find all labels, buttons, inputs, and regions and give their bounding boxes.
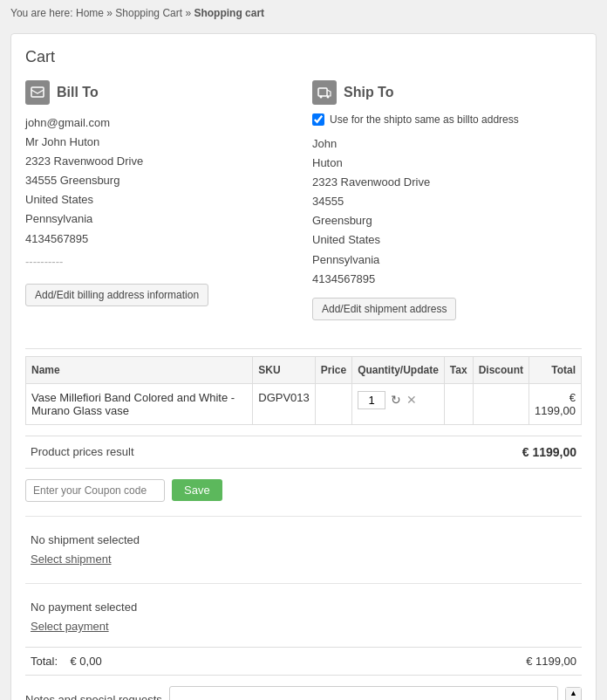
svg-point-2: [320, 96, 323, 99]
ship-same-label: Use for the shipto same as billto addres…: [330, 113, 519, 126]
bill-to-icon: [25, 80, 50, 105]
prices-result-value: € 1199,00: [522, 445, 576, 459]
col-discount: Discount: [473, 356, 529, 383]
ship-to-header: Ship To: [312, 80, 582, 105]
section-divider-1: [25, 348, 582, 349]
col-price: Price: [315, 356, 351, 383]
no-payment-text: No payment selected: [31, 598, 576, 617]
prices-result-row: Product prices result € 1199,00: [25, 436, 582, 469]
breadcrumb: You are here: Home » Shopping Cart » Sho…: [0, 0, 607, 26]
total-label: Total:: [31, 655, 58, 668]
bill-to-country: United States: [25, 190, 295, 209]
prices-result-label: Product prices result: [31, 445, 134, 458]
bill-to-info: john@gmail.com Mr John Huton 2323 Ravenw…: [25, 113, 295, 271]
breadcrumb-current: Shopping cart: [194, 7, 264, 19]
svg-point-3: [327, 96, 330, 99]
ship-to-address: 2323 Ravenwood Drive: [312, 173, 582, 192]
product-quantity-cell: ↻ ✕: [352, 383, 445, 424]
divider-3: [25, 583, 582, 584]
bill-to-email: john@gmail.com: [25, 113, 295, 133]
notes-row: Notes and special requests ▲ ▼: [25, 686, 582, 700]
breadcrumb-shopping-cart[interactable]: Shopping Cart: [115, 7, 182, 19]
shipment-section: No shipment selected Select shipment: [25, 524, 582, 576]
total-zero: € 0,00: [71, 655, 102, 668]
ship-to-title: Ship To: [344, 85, 393, 100]
payment-section: No payment selected Select payment: [25, 591, 582, 643]
notes-input[interactable]: [169, 686, 558, 700]
coupon-row: Save: [25, 479, 582, 502]
bill-to-phone: 4134567895: [25, 230, 295, 249]
product-price: [315, 383, 351, 424]
ship-to-icon: [312, 80, 337, 105]
ship-to-phone: 4134567895: [312, 270, 582, 289]
total-row: Total: € 0,00 € 1199,00: [25, 647, 582, 676]
product-total: €1199,00: [529, 383, 582, 424]
ship-to-city: Greensburg: [312, 211, 582, 230]
col-sku: SKU: [253, 356, 316, 383]
bill-to-col: Bill To john@gmail.com Mr John Huton 232…: [25, 80, 295, 320]
notes-stepper[interactable]: ▲ ▼: [565, 687, 582, 700]
bill-to-postal: 34555 Greensburg: [25, 171, 295, 190]
ship-to-state: Pennsylvania: [312, 250, 582, 270]
product-discount: [473, 383, 529, 424]
ship-to-lastname: Huton: [312, 154, 582, 173]
divider-2: [25, 516, 582, 517]
ship-to-info: John Huton 2323 Ravenwood Drive 34555 Gr…: [312, 134, 582, 289]
refresh-icon[interactable]: ↻: [391, 393, 401, 407]
ship-to-col: Ship To Use for the shipto same as billt…: [312, 80, 582, 320]
bill-to-name: Mr John Huton: [25, 133, 295, 152]
bill-to-state: Pennsylvania: [25, 209, 295, 229]
col-total: Total: [529, 356, 582, 383]
col-tax: Tax: [444, 356, 473, 383]
bill-to-edit-button[interactable]: Add/Edit billing address information: [25, 284, 208, 306]
ship-same-checkbox[interactable]: [312, 113, 324, 126]
breadcrumb-home[interactable]: Home: [76, 7, 104, 19]
total-left: Total: € 0,00: [31, 655, 102, 668]
col-quantity: Quantity/Update: [352, 356, 445, 383]
notes-label: Notes and special requests: [25, 693, 162, 700]
product-tax: [444, 383, 473, 424]
ship-to-edit-button[interactable]: Add/Edit shipment address: [312, 298, 456, 320]
no-shipment-text: No shipment selected: [31, 531, 576, 550]
bill-to-address: 2323 Ravenwood Drive: [25, 152, 295, 171]
select-payment-link[interactable]: Select payment: [31, 620, 109, 633]
svg-rect-1: [318, 88, 327, 96]
bill-to-header: Bill To: [25, 80, 295, 105]
svg-rect-0: [31, 87, 44, 97]
address-section: Bill To john@gmail.com Mr John Huton 232…: [25, 80, 582, 334]
ship-same-address-row: Use for the shipto same as billto addres…: [312, 113, 582, 126]
save-coupon-button[interactable]: Save: [172, 479, 222, 501]
table-row: Vase Millefiori Band Colored and White -…: [26, 383, 582, 424]
product-sku: DGPV013: [253, 383, 316, 424]
breadcrumb-you-are-here: You are here:: [10, 7, 73, 19]
bill-to-title: Bill To: [57, 85, 99, 100]
delete-icon[interactable]: ✕: [406, 393, 417, 407]
ship-to-postal: 34555: [312, 192, 582, 211]
cart-table: Name SKU Price Quantity/Update Tax Disco…: [25, 356, 582, 425]
total-value: € 1199,00: [526, 655, 576, 668]
select-shipment-link[interactable]: Select shipment: [31, 552, 112, 566]
notes-up-button[interactable]: ▲: [566, 688, 581, 699]
coupon-input[interactable]: [25, 479, 165, 502]
quantity-input[interactable]: [358, 391, 385, 409]
bill-to-divider: ----------: [25, 252, 295, 271]
page-title: Cart: [25, 48, 582, 66]
product-name: Vase Millefiori Band Colored and White -…: [26, 383, 253, 424]
col-name: Name: [26, 356, 253, 383]
cart-card: Cart Bill To john@gmail.com Mr John Huto…: [10, 33, 597, 700]
ship-to-firstname: John: [312, 134, 582, 154]
ship-to-country: United States: [312, 230, 582, 250]
table-header-row: Name SKU Price Quantity/Update Tax Disco…: [26, 356, 582, 383]
